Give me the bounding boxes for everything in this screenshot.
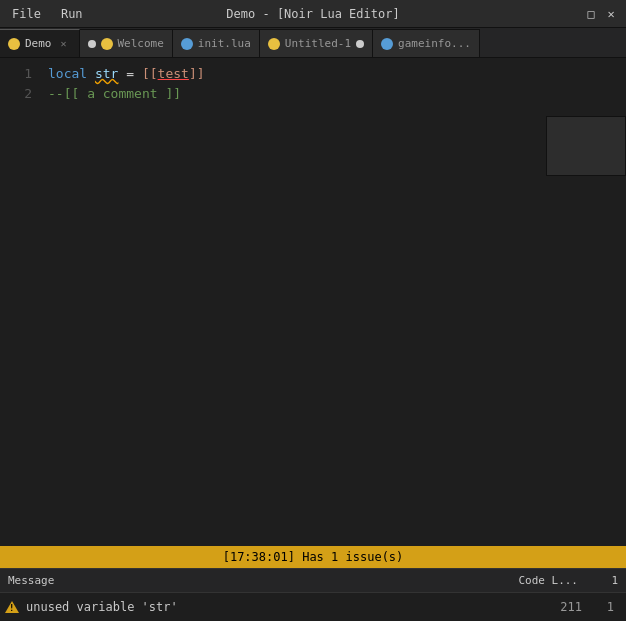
tab-demo-label: Demo xyxy=(25,37,52,50)
tab-overflow-panel xyxy=(546,116,626,176)
tab-welcome[interactable]: Welcome xyxy=(80,29,173,57)
tab-demo[interactable]: Demo ✕ xyxy=(0,29,80,57)
code-line-2: --[[ a comment ]] xyxy=(48,84,626,104)
tab-gameinfo-icon xyxy=(381,38,393,50)
tab-demo-close[interactable]: ✕ xyxy=(57,37,71,51)
line-number-1: 1 xyxy=(0,64,32,84)
menu-bar: File Run xyxy=(8,5,87,23)
token-comment: --[[ a comment ]] xyxy=(48,84,181,104)
line-number-2: 2 xyxy=(0,84,32,104)
status-text: [17:38:01] Has 1 issue(s) xyxy=(223,550,404,564)
line-numbers: 1 2 xyxy=(0,58,40,546)
token-local: local xyxy=(48,64,87,84)
file-menu[interactable]: File xyxy=(8,5,45,23)
tab-untitled[interactable]: Untitled-1 xyxy=(260,29,373,57)
tab-welcome-modified-dot xyxy=(88,40,96,48)
issue-line: 1 xyxy=(582,600,622,614)
token-equals: = xyxy=(118,64,141,84)
status-bar: [17:38:01] Has 1 issue(s) xyxy=(0,546,626,568)
issues-col-message: Message xyxy=(0,574,506,587)
editor-area: 1 2 local str = [[test]] --[[ a comment … xyxy=(0,58,626,546)
tab-untitled-modified-dot xyxy=(356,40,364,48)
window-title: Demo - [Noir Lua Editor] xyxy=(226,7,399,21)
window-controls: □ ✕ xyxy=(584,7,618,21)
tab-welcome-label: Welcome xyxy=(118,37,164,50)
tab-untitled-icon xyxy=(268,38,280,50)
code-editor[interactable]: local str = [[test]] --[[ a comment ]] xyxy=(40,58,626,546)
tab-gameinfo-label: gameinfo... xyxy=(398,37,471,50)
token-test-content: test xyxy=(158,64,189,84)
tab-demo-icon xyxy=(8,38,20,50)
tab-gameinfo[interactable]: gameinfo... xyxy=(373,29,480,57)
token-close-bracket: ]] xyxy=(189,64,205,84)
token-str-var: str xyxy=(95,64,118,84)
tab-init-icon xyxy=(181,38,193,50)
tab-untitled-label: Untitled-1 xyxy=(285,37,351,50)
issues-col-line: 1 xyxy=(586,574,626,587)
tab-init-label: init.lua xyxy=(198,37,251,50)
warning-icon xyxy=(4,599,20,615)
token-open-bracket: [[ xyxy=(142,64,158,84)
issues-col-code: Code L... xyxy=(506,574,586,587)
token-space-1 xyxy=(87,64,95,84)
close-button[interactable]: ✕ xyxy=(604,7,618,21)
issue-row-0[interactable]: unused variable 'str' 211 1 xyxy=(0,593,626,621)
warning-triangle xyxy=(5,601,19,613)
run-menu[interactable]: Run xyxy=(57,5,87,23)
tab-bar: Demo ✕ Welcome init.lua Untitled-1 gamei… xyxy=(0,28,626,58)
issues-header: Message Code L... 1 xyxy=(0,569,626,593)
code-line-1: local str = [[test]] xyxy=(48,64,626,84)
tab-init[interactable]: init.lua xyxy=(173,29,260,57)
issue-code: 211 xyxy=(502,600,582,614)
title-bar: File Run Demo - [Noir Lua Editor] □ ✕ xyxy=(0,0,626,28)
issue-message: unused variable 'str' xyxy=(20,600,502,614)
minimize-button[interactable]: □ xyxy=(584,7,598,21)
issues-panel: Message Code L... 1 unused variable 'str… xyxy=(0,568,626,621)
tab-welcome-icon xyxy=(101,38,113,50)
